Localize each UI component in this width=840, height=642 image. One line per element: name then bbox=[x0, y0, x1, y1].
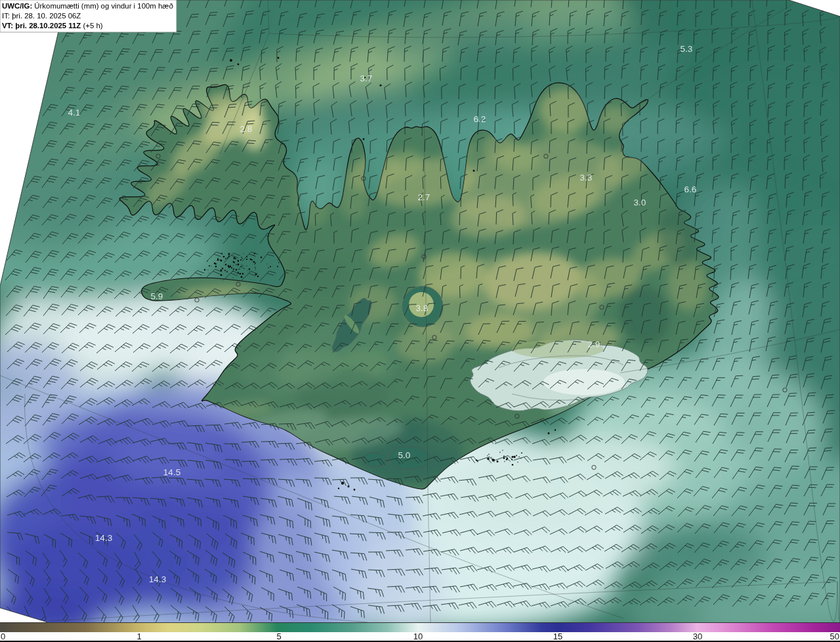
svg-text:3.8: 3.8 bbox=[416, 303, 429, 313]
svg-text:0: 0 bbox=[1, 631, 5, 641]
svg-text:5.3: 5.3 bbox=[681, 44, 693, 54]
svg-text:14.3: 14.3 bbox=[149, 574, 166, 584]
svg-text:UWC/IG: Úrkomumætti (mm) og vi: UWC/IG: Úrkomumætti (mm) og vindur i 100… bbox=[2, 2, 173, 10]
svg-text:3.7: 3.7 bbox=[360, 74, 373, 83]
svg-text:2.7: 2.7 bbox=[418, 192, 430, 202]
svg-text:6.2: 6.2 bbox=[474, 114, 486, 124]
svg-text:3.0: 3.0 bbox=[634, 198, 646, 207]
svg-text:6.6: 6.6 bbox=[684, 184, 697, 194]
svg-text:5.9: 5.9 bbox=[151, 291, 163, 301]
svg-text:50: 50 bbox=[830, 631, 839, 641]
svg-text:14.5: 14.5 bbox=[163, 467, 180, 477]
svg-text:15: 15 bbox=[553, 631, 562, 641]
svg-text:30: 30 bbox=[693, 631, 702, 641]
svg-text:VT: þri. 28.10.2025 11Z (+5 h): VT: þri. 28.10.2025 11Z (+5 h) bbox=[2, 22, 103, 30]
svg-text:3.3: 3.3 bbox=[580, 173, 593, 182]
svg-text:5: 5 bbox=[276, 631, 281, 641]
svg-text:10: 10 bbox=[413, 631, 423, 641]
svg-text:1: 1 bbox=[136, 631, 141, 641]
svg-text:14.3: 14.3 bbox=[95, 533, 112, 543]
svg-text:5.0: 5.0 bbox=[398, 450, 411, 460]
svg-text:4.1: 4.1 bbox=[68, 108, 81, 118]
svg-text:2.8: 2.8 bbox=[240, 124, 253, 134]
svg-text:IT: þri. 28. 10. 2025 06Z: IT: þri. 28. 10. 2025 06Z bbox=[2, 12, 81, 20]
svg-text:2.9: 2.9 bbox=[588, 339, 600, 349]
